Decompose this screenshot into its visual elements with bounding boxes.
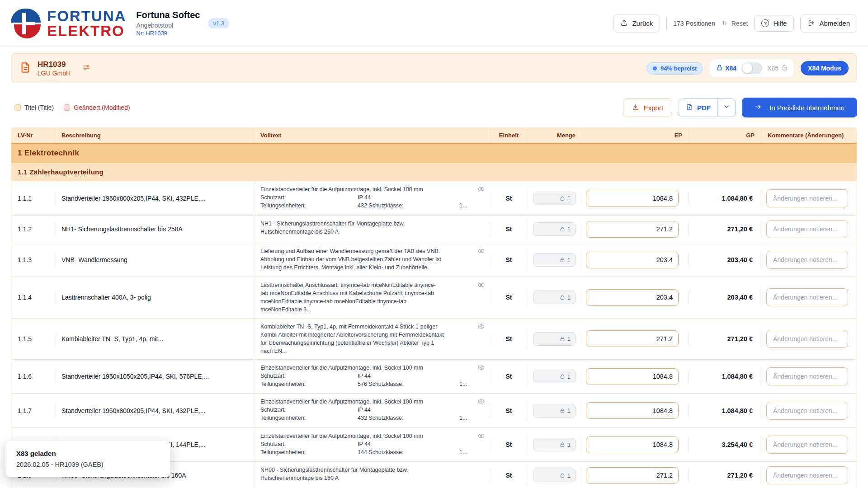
comment-input[interactable] (766, 466, 848, 484)
quantity-value: 1 (567, 195, 571, 202)
eye-icon[interactable] (477, 398, 485, 407)
comment-input[interactable] (766, 220, 848, 238)
section-row-elektrotechnik[interactable]: 1 Elektrotechnik (11, 144, 857, 163)
volltext-cell: Lasttrennschalter Anschlussart: tinymce-… (254, 277, 491, 318)
ep-input[interactable] (586, 289, 679, 306)
ep-input[interactable] (586, 190, 679, 206)
eye-icon[interactable] (477, 364, 485, 373)
total-price: 271,20 € (689, 332, 761, 346)
back-button[interactable]: Zurück (613, 14, 660, 33)
eye-icon[interactable] (477, 281, 485, 290)
pdf-button[interactable]: PDF (679, 99, 717, 117)
quantity-locked: 1 (533, 222, 576, 236)
total-price: 1.084,80 € (689, 369, 761, 384)
item-description: NH1- Sicherungslasttrennschalter bis 250… (55, 222, 254, 236)
lv-nr: 1.1.5 (11, 332, 55, 346)
volltext-cell: Einzelstandverteiler für die Aufputzmont… (254, 428, 491, 461)
volltext-cell: Einzelstandverteiler für die Aufputzmont… (254, 394, 491, 427)
table-row: 1.1.1 Standverteiler 1950x800x205,IP44, … (11, 181, 857, 216)
item-description: Standverteiler 1950x800x205,IP44, SKI, 4… (55, 404, 254, 418)
table-row: 1.1.5 Kombiableiter TN- S, Typ1, 4p, mit… (11, 319, 857, 360)
total-price: 1.084,80 € (689, 404, 761, 418)
eye-icon[interactable] (477, 323, 485, 332)
ep-input[interactable] (586, 252, 679, 268)
x84-mode-button[interactable]: X84 Modus (801, 61, 849, 75)
comment-input[interactable] (766, 436, 848, 454)
kv-extra: 1... (459, 414, 472, 422)
sort-up-icon (722, 19, 728, 28)
kv-value: 576 Schutzklasse: (358, 380, 459, 388)
lock-open-icon (781, 64, 788, 72)
quantity-value: 1 (567, 257, 571, 263)
document-icon (19, 61, 32, 75)
comment-input[interactable] (766, 288, 848, 306)
help-button[interactable]: ? Hilfe (754, 15, 794, 32)
volltext-cell: NH1 - Sicherungslasttrennschalter für Mo… (254, 216, 491, 243)
section-row-zaehlerhauptverteilung[interactable]: 1.1 Zählerhauptverteilung (11, 163, 857, 181)
fortuna-logo: FORTUNA ELEKTRO (11, 9, 126, 38)
ep-input[interactable] (586, 330, 679, 347)
project-banner: HR1039 LGU GmbH 94% bepreist X84 X85 X84… (11, 53, 857, 83)
x85-option[interactable]: X85 (767, 64, 788, 72)
unit: St (491, 191, 527, 206)
quantity-locked: 1 (533, 469, 576, 482)
table-row: 1.1.2 NH1- Sicherungslasttrennschalter b… (11, 216, 857, 243)
top-bar: FORTUNA ELEKTRO Fortuna Softec Angebotst… (0, 0, 868, 47)
eye-icon[interactable] (477, 432, 485, 441)
legend-modified-label: Geändert (Modified) (74, 104, 130, 111)
apply-pricelist-button[interactable]: In Preisliste übernehmen (742, 98, 857, 117)
arrow-right-icon (755, 103, 762, 112)
eye-icon[interactable] (477, 185, 485, 194)
export-button[interactable]: Export (623, 99, 672, 117)
ep-input[interactable] (586, 436, 679, 453)
comment-input[interactable] (766, 251, 848, 269)
total-price: 3.254,40 € (689, 437, 761, 452)
table-row: 1.1.4 Lasttrennschalter 400A, 3- polig L… (11, 277, 857, 319)
pdf-dropdown-button[interactable] (717, 99, 735, 117)
kv-extra: 1... (459, 202, 472, 210)
x84-x85-switch-group: X84 X85 (709, 59, 794, 78)
reset-button[interactable]: Reset (722, 19, 748, 28)
kv-label: Schutzart: (260, 440, 358, 448)
col-header-comments: Kommentare (Änderungen) (761, 128, 857, 143)
toast-title: X83 geladen (16, 450, 160, 457)
x84-option[interactable]: X84 (716, 64, 736, 72)
total-price: 1.084,80 € (689, 191, 761, 206)
toolbar: Titel (Title) Geändert (Modified) Export… (11, 98, 857, 117)
sliders-icon[interactable] (82, 63, 90, 73)
volltext-cell: NH00 - Sicherungslasttrennschalter für M… (254, 462, 491, 488)
legend: Titel (Title) Geändert (Modified) (14, 104, 130, 111)
total-price: 203,40 € (689, 253, 761, 267)
download-icon (632, 103, 639, 112)
fortuna-logo-icon (11, 9, 41, 38)
app-title: Fortuna Softec (136, 10, 200, 20)
logout-button[interactable]: Abmelden (800, 14, 857, 33)
eye-icon[interactable] (477, 247, 485, 256)
col-header-desc: Beschreibung (55, 128, 254, 143)
volltext-cell: Einzelstandverteiler für die Aufputzmont… (254, 360, 491, 393)
item-description: Lasttrennschalter 400A, 3- polig (55, 290, 254, 305)
legend-title-item: Titel (Title) (14, 104, 54, 111)
ep-input[interactable] (586, 402, 679, 419)
comment-input[interactable] (766, 402, 848, 420)
app-title-block: Fortuna Softec Angebotstool Nr: HR1039 (136, 10, 200, 37)
toast-notification[interactable]: X83 geladen 2026.02.05 - HR1039 (GAEB) (5, 441, 170, 477)
banner-controls: 94% bepreist X84 X85 X84 Modus (646, 59, 849, 78)
comment-input[interactable] (766, 330, 848, 348)
x84-x85-toggle[interactable] (741, 62, 762, 74)
quantity-locked: 3 (533, 438, 576, 451)
kv-value: IP 44 (358, 372, 459, 380)
comment-input[interactable] (766, 367, 848, 385)
ep-input[interactable] (586, 467, 679, 484)
comment-input[interactable] (766, 189, 848, 207)
volltext-line: Einzelstandverteiler für die Aufputzmont… (260, 185, 472, 193)
ep-input[interactable] (586, 221, 679, 238)
volltext-cell: Einzelstandverteiler für die Aufputzmont… (254, 181, 491, 215)
chevron-down-icon (723, 103, 730, 112)
volltext-text: Lasttrennschalter Anschlussart: tinymce-… (260, 281, 441, 314)
ep-input[interactable] (586, 368, 679, 385)
project-company: LGU GmbH (38, 70, 71, 77)
volltext-text: NH00 - Sicherungslasttrennschalter für M… (260, 466, 450, 482)
reset-label: Reset (731, 20, 748, 27)
quantity-locked: 1 (533, 404, 576, 418)
